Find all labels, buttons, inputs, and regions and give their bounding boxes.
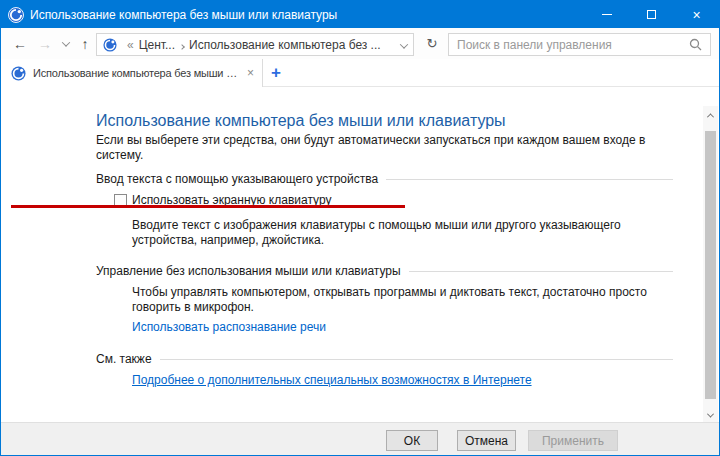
plus-icon: + <box>271 63 281 83</box>
section-header-text-input: Ввод текста с помощью указывающего устро… <box>96 172 673 186</box>
breadcrumb-current[interactable]: Использование компьютера без ... <box>189 38 397 52</box>
annotation-underline <box>11 205 405 208</box>
page-title: Использование компьютера без мыши или кл… <box>96 111 673 130</box>
tab-ease-of-access[interactable]: Использование компьютера без мыши или кл… <box>1 59 263 87</box>
ease-of-access-window: Использование компьютера без мыши или кл… <box>0 0 720 456</box>
refresh-button[interactable]: ↻ <box>419 28 445 59</box>
section-divider <box>409 271 673 272</box>
tab-bar: Использование компьютера без мыши или кл… <box>1 59 719 87</box>
onscreen-keyboard-description: Вводите текст с изображения клавиатуры с… <box>132 218 673 248</box>
new-tab-button[interactable]: + <box>263 59 289 86</box>
scroll-up-button[interactable] <box>703 106 718 124</box>
speech-description: Чтобы управлять компьютером, открывать п… <box>132 285 673 315</box>
breadcrumb-prefix: « <box>127 38 134 52</box>
tab-close-icon[interactable]: × <box>247 67 254 79</box>
close-icon: × <box>692 8 700 22</box>
window-title: Использование компьютера без мыши или кл… <box>30 8 337 22</box>
minimize-button[interactable] <box>584 1 629 28</box>
tab-page-icon <box>11 66 26 81</box>
forward-button[interactable]: → <box>34 28 56 59</box>
chevron-down-icon <box>707 410 714 417</box>
scrollbar-track[interactable] <box>703 124 718 406</box>
vertical-scrollbar[interactable] <box>703 106 718 424</box>
tab-label: Использование компьютера без мыши или кл… <box>33 67 239 79</box>
breadcrumb-page-icon <box>103 38 117 52</box>
chevron-down-icon <box>400 40 408 48</box>
button-bar: ОК Отмена Применить <box>1 422 719 455</box>
chevron-right-icon <box>180 38 184 52</box>
address-bar[interactable]: « Цент... Использование компьютера без .… <box>96 33 414 56</box>
forward-icon: → <box>38 36 52 52</box>
chevron-down-icon <box>62 38 70 46</box>
recent-pages-button[interactable] <box>59 28 73 59</box>
back-button[interactable]: ← <box>9 28 31 59</box>
maximize-button[interactable] <box>629 1 674 28</box>
more-accessibility-online-link[interactable]: Подробнее о дополнительных специальных в… <box>132 373 532 387</box>
up-icon: ↑ <box>82 36 89 52</box>
section-divider <box>386 179 673 180</box>
up-button[interactable]: ↑ <box>75 28 95 59</box>
search-box[interactable] <box>448 33 711 56</box>
navigation-bar: ← → ↑ « Цент... Использование компьютера… <box>1 28 719 59</box>
speech-recognition-link[interactable]: Использовать распознавание речи <box>132 320 326 334</box>
main-content: Использование компьютера без мыши или кл… <box>1 87 703 422</box>
title-bar: Использование компьютера без мыши или кл… <box>1 1 719 28</box>
ok-button[interactable]: ОК <box>386 430 438 451</box>
window-controls: × <box>584 1 719 28</box>
ease-of-access-icon <box>8 7 24 23</box>
section-header-see-also: См. также <box>96 352 673 366</box>
minimize-icon <box>602 14 612 15</box>
section-title: Ввод текста с помощью указывающего устро… <box>96 172 378 186</box>
search-input[interactable] <box>449 38 689 52</box>
breadcrumb-root[interactable]: Цент... <box>139 38 175 52</box>
section-header-no-mouse: Управление без использования мыши или кл… <box>96 264 673 278</box>
scrollbar-thumb[interactable] <box>705 131 716 399</box>
maximize-icon <box>647 10 656 19</box>
chevron-up-icon <box>707 113 714 120</box>
section-title: См. также <box>96 352 152 366</box>
section-divider <box>160 359 673 360</box>
back-icon: ← <box>13 36 27 52</box>
apply-button: Применить <box>528 430 618 451</box>
cancel-button[interactable]: Отмена <box>457 430 516 451</box>
address-dropdown-button[interactable] <box>401 38 407 52</box>
close-button[interactable]: × <box>674 1 719 28</box>
chevron-right-glyph <box>179 44 185 50</box>
intro-text: Если вы выберете эти средства, они будут… <box>96 133 673 163</box>
search-icon <box>689 38 702 51</box>
section-title: Управление без использования мыши или кл… <box>96 264 401 278</box>
refresh-icon: ↻ <box>427 36 438 51</box>
